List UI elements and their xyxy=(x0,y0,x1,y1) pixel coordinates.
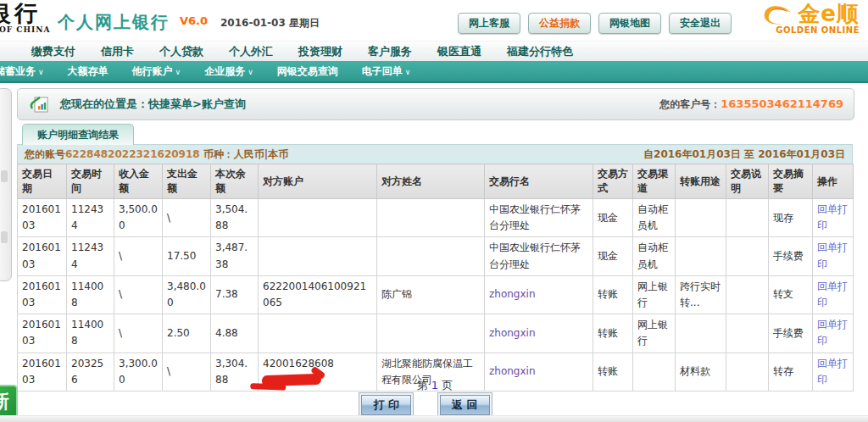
receipt-print-link[interactable]: 回单打印 xyxy=(817,203,848,231)
location-bar: 您现在的位置是：快捷菜单>账户查询 您的客户号：1635503462114769 xyxy=(17,88,854,120)
cell-operation: 回单打印 xyxy=(813,237,854,275)
cell-date: 20160103 xyxy=(18,199,67,237)
customer-number-label: 您的客户号： xyxy=(659,98,721,110)
cell-out: 2.50 xyxy=(163,314,211,353)
cell-note xyxy=(726,237,769,275)
nav-secondary-item-4[interactable]: 企业服务∨ xyxy=(204,64,253,79)
top-link-charity-donation[interactable]: 公益捐款 xyxy=(528,13,591,34)
cell-summary: 手续费 xyxy=(769,314,813,353)
column-header: 收入金额 xyxy=(114,164,163,199)
column-header: 交易时间 xyxy=(67,164,114,199)
bottom-strip xyxy=(0,415,868,422)
nav-primary-item-8[interactable]: 福建分行特色 xyxy=(507,44,573,59)
cell-peer-name xyxy=(377,237,485,275)
cell-bank: zhongxin xyxy=(485,314,593,353)
product-title: 个人网上银行 xyxy=(58,11,170,34)
cell-peer-account xyxy=(259,199,377,237)
version-label: V6.0 xyxy=(180,14,208,27)
cell-peer-account xyxy=(259,314,377,353)
receipt-print-link[interactable]: 回单打印 xyxy=(817,280,848,308)
account-info: 您的账号6228482022321620918 币种：人民币|本币 xyxy=(18,147,288,162)
table-row: 20160103114008\3,480.007.386222001406100… xyxy=(18,275,854,314)
account-number: 6228482022321620918 xyxy=(65,148,200,160)
nav-primary-item-4[interactable]: 个人外汇 xyxy=(229,44,273,59)
column-header: 交易日期 xyxy=(18,164,67,199)
cell-method: 现金 xyxy=(593,199,633,237)
receipt-print-link[interactable]: 回单打印 xyxy=(817,319,848,347)
chevron-down-icon: ∨ xyxy=(38,68,44,76)
cell-out: \ xyxy=(163,199,211,237)
table-header-row: 交易日期交易时间收入金额支出金额本次余额对方账户对方姓名交易行名交易方式交易渠道… xyxy=(18,164,854,199)
cell-summary: 转支 xyxy=(769,275,813,314)
cell-method: 转账 xyxy=(593,275,633,314)
cell-note xyxy=(726,314,769,353)
cell-date: 20160103 xyxy=(18,237,67,275)
cell-date: 20160103 xyxy=(18,275,67,314)
date-range: 自2016年01月03日 至 2016年01月03日 xyxy=(643,147,852,162)
column-header: 本次余额 xyxy=(211,164,259,199)
cell-balance: 4.88 xyxy=(211,314,259,353)
collapsed-side-panel[interactable] xyxy=(0,88,12,281)
top-link-ebank-map[interactable]: 网银地图 xyxy=(598,13,661,34)
column-header: 交易方式 xyxy=(593,164,633,199)
cell-note xyxy=(726,199,769,237)
customer-number: 您的客户号：1635503462114769 xyxy=(659,97,843,112)
print-button[interactable]: 打 印 xyxy=(361,395,411,415)
column-header: 交易渠道 xyxy=(633,164,676,199)
page-number: 1 xyxy=(431,379,438,391)
back-button[interactable]: 返 回 xyxy=(440,395,490,415)
nav-secondary-item-6[interactable]: 电子回单∨ xyxy=(362,64,411,79)
column-header: 交易说明 xyxy=(726,164,769,199)
nav-primary-item-6[interactable]: 客户服务 xyxy=(368,44,412,59)
date-label: 2016-01-03 星期日 xyxy=(220,16,320,31)
bank-logo: 银行 K OF CHINA xyxy=(0,2,50,34)
cell-peer-name xyxy=(377,314,485,353)
cell-peer-name xyxy=(377,199,485,237)
chevron-down-icon: ∨ xyxy=(405,68,411,76)
pagination: 第1页 xyxy=(17,378,853,393)
nav-secondary-item-5[interactable]: 网银交易查询 xyxy=(277,64,338,79)
table-row: 20160103112434\17.503,487.38中国农业银行仁怀茅台分理… xyxy=(18,237,854,275)
nav-primary-item-5[interactable]: 投资理财 xyxy=(298,44,342,59)
cell-method: 现金 xyxy=(593,237,633,275)
cell-summary: 现存 xyxy=(769,199,813,237)
receipt-print-link[interactable]: 回单打印 xyxy=(817,242,848,269)
brand-name: 金e顺 xyxy=(798,1,860,26)
tab-account-detail-result[interactable]: 账户明细查询结果 xyxy=(22,124,134,145)
cell-channel: 自动柜员机 xyxy=(633,199,676,237)
primary-nav: 缴费支付信用卡个人贷款个人外汇投资理财客户服务银医直通福建分行特色 xyxy=(0,41,868,61)
table-row: 20160103114008\2.504.88zhongxin转账网上银行手续费… xyxy=(18,314,854,353)
cell-purpose xyxy=(676,314,726,353)
nav-primary-item-2[interactable]: 信用卡 xyxy=(101,44,134,59)
nav-secondary-item-1[interactable]: 储蓄业务∨ xyxy=(0,64,44,79)
top-link-safe-logout[interactable]: 安全退出 xyxy=(669,13,732,34)
cell-operation: 回单打印 xyxy=(813,275,854,314)
top-link-online-service[interactable]: 网上客服 xyxy=(458,13,520,34)
column-header: 支出金额 xyxy=(163,164,211,199)
cell-channel: 自动柜员机 xyxy=(633,237,676,275)
cell-channel: 网上银行 xyxy=(633,314,676,353)
cell-time: 112434 xyxy=(67,237,114,275)
nav-primary-item-1[interactable]: 缴费支付 xyxy=(31,44,75,59)
cell-bank: zhongxin xyxy=(485,275,593,314)
cell-out: 3,480.00 xyxy=(163,275,211,314)
cell-peer-name: 陈广锦 xyxy=(377,275,485,314)
golden-online-logo: 金e顺 GOLDEN ONLINE xyxy=(776,3,860,35)
top-links: 网上客服公益捐款网银地图安全退出 xyxy=(458,13,732,34)
cell-summary: 手续费 xyxy=(769,237,813,275)
cell-purpose xyxy=(676,199,726,237)
nav-secondary-item-3[interactable]: 他行账户∨ xyxy=(132,64,181,79)
nav-primary-item-7[interactable]: 银医直通 xyxy=(437,44,481,59)
cell-balance: 7.38 xyxy=(211,275,259,314)
cell-date: 20160103 xyxy=(18,314,67,353)
column-header: 操作 xyxy=(813,164,854,199)
nav-secondary-item-2[interactable]: 大额存单 xyxy=(68,64,108,79)
cell-balance: 3,487.38 xyxy=(211,237,259,275)
customer-number-value: 1635503462114769 xyxy=(721,97,843,110)
cell-method: 转账 xyxy=(593,314,633,353)
nav-primary-item-3[interactable]: 个人贷款 xyxy=(159,44,203,59)
transactions-table: 交易日期交易时间收入金额支出金额本次余额对方账户对方姓名交易行名交易方式交易渠道… xyxy=(17,164,854,391)
chevron-down-icon: ∨ xyxy=(175,68,181,76)
action-buttons: 打 印 返 回 xyxy=(0,392,851,418)
cell-time: 112434 xyxy=(67,199,114,237)
